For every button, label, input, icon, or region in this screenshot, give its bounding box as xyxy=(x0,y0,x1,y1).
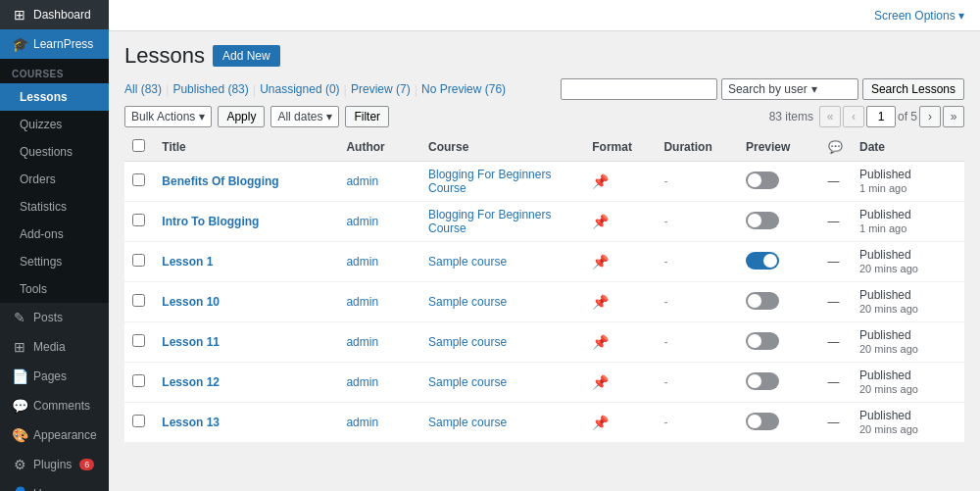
row-format-cell: 📌 xyxy=(584,242,656,282)
author-link[interactable]: admin xyxy=(346,174,378,188)
row-comment-cell: — xyxy=(820,282,852,322)
sidebar-item-pages[interactable]: 📄 Pages xyxy=(0,362,109,391)
row-comment-cell: — xyxy=(820,242,852,282)
screen-options-button[interactable]: Screen Options ▾ xyxy=(874,9,964,23)
sidebar-item-tools-lp[interactable]: Tools xyxy=(0,275,109,303)
row-checkbox[interactable] xyxy=(132,415,145,427)
lesson-title-link[interactable]: Lesson 12 xyxy=(162,375,220,389)
content-area: Lessons Add New All (83) | Published (83… xyxy=(109,31,980,455)
preview-toggle[interactable] xyxy=(746,172,779,189)
first-page-button[interactable]: « xyxy=(819,106,841,127)
lesson-title-link[interactable]: Lesson 1 xyxy=(162,255,213,269)
preview-toggle[interactable] xyxy=(746,212,779,229)
row-comment-cell: — xyxy=(820,322,852,363)
search-text-input[interactable] xyxy=(561,78,717,100)
author-link[interactable]: admin xyxy=(346,416,378,429)
plugins-icon: ⚙ xyxy=(12,457,27,472)
row-comment-cell: — xyxy=(820,202,852,242)
filter-all[interactable]: All (83) xyxy=(124,82,162,97)
prev-page-button[interactable]: ‹ xyxy=(843,106,864,127)
filter-no-preview[interactable]: No Preview (76) xyxy=(421,82,506,97)
status-badge: Published xyxy=(859,409,911,422)
sidebar-item-settings-lp[interactable]: Settings xyxy=(0,248,109,275)
row-format-cell: 📌 xyxy=(584,322,656,363)
author-link[interactable]: admin xyxy=(346,295,378,309)
bulk-actions-dropdown[interactable]: Bulk Actions ▾ xyxy=(124,106,212,127)
preview-toggle[interactable] xyxy=(746,413,779,430)
sidebar-item-media[interactable]: ⊞ Media xyxy=(0,332,109,362)
search-by-user-dropdown[interactable]: Search by user ▾ xyxy=(721,78,858,100)
lesson-title-link[interactable]: Lesson 11 xyxy=(162,335,220,349)
col-title-header[interactable]: Title xyxy=(154,133,338,162)
sidebar-item-dashboard[interactable]: ⊞ Dashboard xyxy=(0,0,109,29)
duration-value: - xyxy=(663,335,667,349)
row-checkbox[interactable] xyxy=(132,374,145,387)
sidebar-label-media: Media xyxy=(33,340,66,354)
sidebar-item-appearance[interactable]: 🎨 Appearance xyxy=(0,420,109,450)
sidebar-item-comments[interactable]: 💬 Comments xyxy=(0,391,109,420)
row-checkbox[interactable] xyxy=(132,254,145,267)
author-link[interactable]: admin xyxy=(346,375,378,389)
sidebar-item-questions[interactable]: Questions xyxy=(0,138,109,166)
dates-dropdown[interactable]: All dates ▾ xyxy=(270,106,339,127)
preview-toggle[interactable] xyxy=(746,332,779,350)
sidebar-item-quizzes[interactable]: Quizzes xyxy=(0,111,109,138)
course-link[interactable]: Sample course xyxy=(428,335,507,349)
course-link[interactable]: Sample course xyxy=(428,255,507,269)
last-page-button[interactable]: » xyxy=(943,106,964,127)
sidebar-item-statistics[interactable]: Statistics xyxy=(0,193,109,221)
lesson-title-link[interactable]: Lesson 10 xyxy=(162,295,220,309)
sidebar-item-plugins[interactable]: ⚙ Plugins 6 xyxy=(0,450,109,479)
lesson-title-link[interactable]: Benefits Of Blogging xyxy=(162,174,278,188)
apply-button[interactable]: Apply xyxy=(218,106,265,127)
sidebar-item-orders[interactable]: Orders xyxy=(0,166,109,193)
lesson-title-link[interactable]: Lesson 13 xyxy=(162,416,220,429)
dates-label: All dates xyxy=(277,110,322,123)
next-page-button[interactable]: › xyxy=(919,106,941,127)
add-new-button[interactable]: Add New xyxy=(213,45,280,67)
col-preview-header: Preview xyxy=(738,133,820,162)
course-link[interactable]: Blogging For Beginners Course xyxy=(428,168,551,195)
course-link[interactable]: Sample course xyxy=(428,295,507,309)
filter-button[interactable]: Filter xyxy=(345,106,389,127)
preview-toggle[interactable] xyxy=(746,372,779,390)
row-checkbox[interactable] xyxy=(132,173,145,186)
row-checkbox[interactable] xyxy=(132,214,145,226)
sidebar-item-posts[interactable]: ✎ Posts xyxy=(0,303,109,332)
course-link[interactable]: Sample course xyxy=(428,416,507,429)
row-title-cell: Intro To Blogging xyxy=(154,202,338,242)
preview-toggle[interactable] xyxy=(746,292,779,310)
bulk-actions-label: Bulk Actions xyxy=(131,110,195,123)
filter-unassigned[interactable]: Unassigned (0) xyxy=(260,82,339,97)
row-duration-cell: - xyxy=(656,363,738,403)
sidebar-item-users[interactable]: 👤 Users xyxy=(0,479,109,491)
format-icon: 📌 xyxy=(592,173,609,189)
row-checkbox[interactable] xyxy=(132,334,145,347)
row-checkbox[interactable] xyxy=(132,294,145,307)
row-checkbox-cell xyxy=(124,162,154,202)
sidebar-item-addons[interactable]: Add-ons xyxy=(0,221,109,248)
filter-published[interactable]: Published (83) xyxy=(172,82,248,97)
author-link[interactable]: admin xyxy=(346,335,378,349)
row-date-cell: Published 20 mins ago xyxy=(852,282,964,322)
lessons-table: Title Author Course Format Duration Prev… xyxy=(124,133,964,443)
row-author-cell: admin xyxy=(338,242,420,282)
select-all-checkbox[interactable] xyxy=(132,139,145,152)
col-date-header[interactable]: Date xyxy=(852,133,964,162)
sidebar-item-lessons[interactable]: Lessons xyxy=(0,83,109,111)
row-comment-cell: — xyxy=(820,162,852,202)
sidebar-item-learnpress[interactable]: 🎓 LearnPress xyxy=(0,29,109,59)
course-link[interactable]: Sample course xyxy=(428,375,507,389)
page-number-input[interactable] xyxy=(866,106,896,127)
row-course-cell: Sample course xyxy=(420,282,584,322)
search-lessons-button[interactable]: Search Lessons xyxy=(862,78,964,100)
preview-toggle[interactable] xyxy=(746,252,779,270)
filter-preview[interactable]: Preview (7) xyxy=(351,82,411,97)
lesson-title-link[interactable]: Intro To Blogging xyxy=(162,215,259,228)
course-link[interactable]: Blogging For Beginners Course xyxy=(428,208,551,235)
author-link[interactable]: admin xyxy=(346,215,378,228)
author-link[interactable]: admin xyxy=(346,255,378,269)
row-duration-cell: - xyxy=(656,282,738,322)
status-badge: Published xyxy=(859,288,911,302)
sidebar-label-learnpress: LearnPress xyxy=(33,37,93,51)
